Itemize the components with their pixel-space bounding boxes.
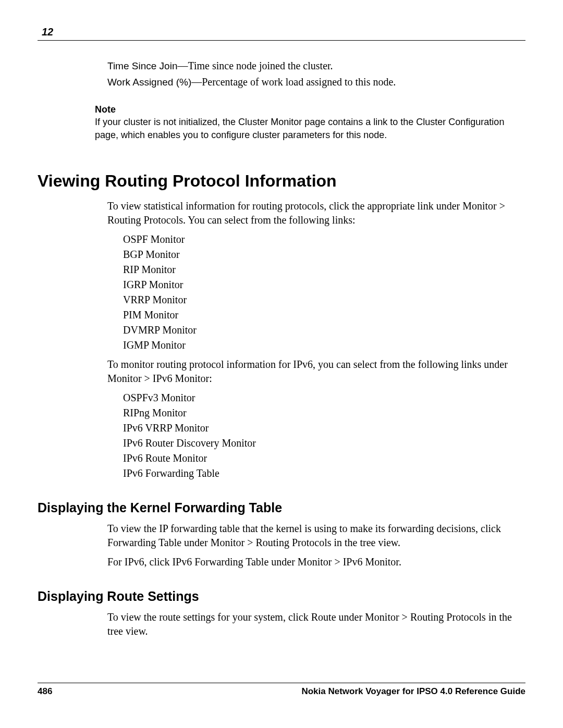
list-item: OSPF Monitor	[123, 232, 519, 246]
def-text: —Time since node joined the cluster.	[177, 60, 333, 71]
footer: 486 Nokia Network Voyager for IPSO 4.0 R…	[38, 683, 525, 697]
list-item: RIP Monitor	[123, 263, 519, 277]
list-item: IPv6 Route Monitor	[123, 451, 519, 465]
def-term: Work Assigned (%)	[107, 77, 191, 88]
list-item: PIM Monitor	[123, 308, 519, 322]
list-item: OSPFv3 Monitor	[123, 391, 519, 405]
note-label: Note	[95, 103, 519, 116]
note-text: If your cluster is not initialized, the …	[95, 116, 519, 141]
paragraph: To view the route settings for your syst…	[107, 610, 519, 638]
paragraph: To view statistical information for rout…	[107, 199, 519, 227]
list-item: IGRP Monitor	[123, 278, 519, 292]
list-item: IPv6 VRRP Monitor	[123, 421, 519, 435]
def-term: Time Since Join	[107, 60, 177, 71]
list-item: VRRP Monitor	[123, 293, 519, 307]
top-rule	[38, 40, 525, 41]
list-item: IPv6 Forwarding Table	[123, 466, 519, 480]
protocol-list: OSPF Monitor BGP Monitor RIP Monitor IGR…	[123, 232, 519, 352]
heading-kernel-forwarding-table: Displaying the Kernel Forwarding Table	[38, 500, 525, 515]
note-block: Note If your cluster is not initialized,…	[95, 103, 519, 141]
list-item: IGMP Monitor	[123, 338, 519, 352]
paragraph: For IPv6, click IPv6 Forwarding Table un…	[107, 555, 519, 569]
paragraph: To view the IP forwarding table that the…	[107, 522, 519, 550]
book-title: Nokia Network Voyager for IPSO 4.0 Refer…	[301, 686, 525, 697]
bottom-rule	[38, 683, 525, 683]
heading-route-settings: Displaying Route Settings	[38, 589, 525, 604]
chapter-number: 12	[42, 26, 525, 38]
def-text: —Percentage of work load assigned to thi…	[191, 76, 396, 88]
deflist-row: Work Assigned (%)—Percentage of work loa…	[107, 75, 519, 90]
page: 12 Time Since Join—Time since node joine…	[0, 0, 563, 728]
ipv6-list: OSPFv3 Monitor RIPng Monitor IPv6 VRRP M…	[123, 391, 519, 480]
footer-row: 486 Nokia Network Voyager for IPSO 4.0 R…	[38, 686, 525, 697]
list-item: RIPng Monitor	[123, 406, 519, 420]
deflist: Time Since Join—Time since node joined t…	[107, 58, 519, 90]
deflist-row: Time Since Join—Time since node joined t…	[107, 58, 519, 73]
heading-viewing-routing-protocol: Viewing Routing Protocol Information	[38, 171, 525, 191]
section2-body: To view the IP forwarding table that the…	[107, 522, 519, 569]
section3-body: To view the route settings for your syst…	[107, 610, 519, 638]
section1-body: To view statistical information for rout…	[107, 199, 519, 480]
paragraph: To monitor routing protocol information …	[107, 357, 519, 386]
page-number: 486	[38, 686, 52, 697]
list-item: IPv6 Router Discovery Monitor	[123, 436, 519, 450]
list-item: DVMRP Monitor	[123, 323, 519, 337]
list-item: BGP Monitor	[123, 248, 519, 262]
